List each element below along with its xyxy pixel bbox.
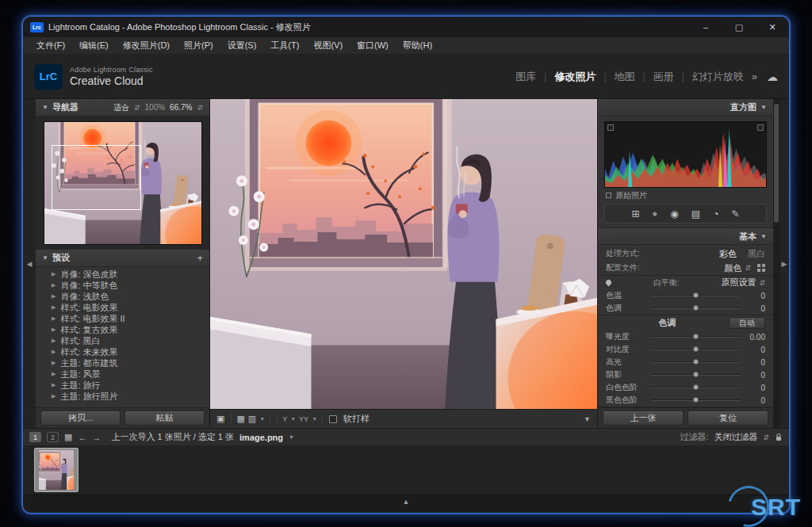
preset-label[interactable]: 肖像: 浅肤色 xyxy=(60,291,109,303)
bottom-panel-reveal[interactable]: ▲ xyxy=(23,495,789,514)
disclosure-triangle-icon[interactable]: ▶ xyxy=(52,382,56,388)
shadow-clipping-indicator[interactable] xyxy=(607,124,614,131)
reset-button[interactable]: 复位 xyxy=(688,411,768,426)
preset-group[interactable]: ▶肖像: 深色皮肤 xyxy=(36,269,209,280)
loupe-view-icon[interactable]: ▣ xyxy=(216,414,224,424)
compare-view-icon[interactable]: ▥ xyxy=(248,414,256,424)
blacks-slider[interactable] xyxy=(652,399,740,401)
forward-icon[interactable]: → xyxy=(92,433,101,442)
menu-tools[interactable]: 工具(T) xyxy=(263,40,306,52)
preset-group[interactable]: ▶样式: 电影效果 xyxy=(36,302,209,313)
soft-proof-label[interactable]: 软打样 xyxy=(343,413,370,425)
disclosure-triangle-icon[interactable]: ▶ xyxy=(52,327,56,333)
highlights-slider[interactable] xyxy=(652,361,740,363)
right-panel-scrollbar[interactable] xyxy=(773,99,779,428)
filename-label[interactable]: image.png xyxy=(239,433,283,442)
preset-label[interactable]: 样式: 电影效果 xyxy=(60,302,117,314)
add-preset-button[interactable]: + xyxy=(197,252,203,264)
profile-browser-icon[interactable] xyxy=(757,264,765,272)
preset-group[interactable]: ▶样式: 复古效果 xyxy=(36,324,209,335)
basic-header[interactable]: 基本 ▼ xyxy=(598,227,773,245)
filter-spinner-icon[interactable]: ⇵ xyxy=(763,433,769,441)
heal-tool-icon[interactable]: ⌖ xyxy=(653,208,658,220)
before-view-icon[interactable]: Y xyxy=(282,415,287,423)
photo-canvas[interactable] xyxy=(210,99,597,409)
navigator-header[interactable]: ▼ 导航器 适合 ⇵ 100% 66.7% ⇵ xyxy=(36,99,209,116)
preset-label[interactable]: 肖像: 深色皮肤 xyxy=(60,269,117,281)
preset-label[interactable]: 主题: 旅行 xyxy=(60,380,100,391)
radial-filter-icon[interactable]: ◔ xyxy=(713,208,718,220)
menu-edit[interactable]: 编辑(E) xyxy=(72,40,116,52)
soft-proof-checkbox[interactable] xyxy=(329,415,337,423)
navigator-preview[interactable] xyxy=(36,116,209,250)
histogram[interactable] xyxy=(604,121,767,188)
disclosure-triangle-icon[interactable]: ▶ xyxy=(52,293,56,300)
shadows-value[interactable]: 0 xyxy=(745,371,765,380)
disclosure-triangle-icon[interactable]: ▶ xyxy=(52,315,56,322)
crop-tool-icon[interactable]: ⊞ xyxy=(632,208,640,220)
preset-group[interactable]: ▶样式: 黑白 xyxy=(36,335,209,346)
disclosure-triangle-icon[interactable]: ▶ xyxy=(52,393,56,399)
filename-caret-icon[interactable]: ▼ xyxy=(289,434,294,440)
module-develop[interactable]: 修改照片 xyxy=(554,70,596,84)
filter-value[interactable]: 关闭过滤器 xyxy=(714,431,757,443)
zoom-ratio-spinner-icon[interactable]: ⇵ xyxy=(197,104,203,112)
highlights-slider-thumb[interactable] xyxy=(693,359,699,365)
module-overflow-icon[interactable]: » xyxy=(752,71,757,82)
preset-group[interactable]: ▶肖像: 浅肤色 xyxy=(36,291,209,302)
menu-help[interactable]: 帮助(H) xyxy=(396,40,439,52)
preset-group[interactable]: ▶样式: 未来效果 xyxy=(36,346,209,357)
temp-slider[interactable] xyxy=(652,295,740,296)
preset-label[interactable]: 主题: 风景 xyxy=(60,369,100,380)
preset-group[interactable]: ▶主题: 都市建筑 xyxy=(36,357,209,369)
module-library[interactable]: 图库 xyxy=(515,70,536,84)
preset-label[interactable]: 肖像: 中等肤色 xyxy=(60,280,117,292)
navigator-image[interactable] xyxy=(44,122,201,244)
wb-value[interactable]: 原照设置 xyxy=(721,277,756,288)
profile-value[interactable]: 颜色 xyxy=(724,262,741,274)
module-book[interactable]: 画册 xyxy=(653,70,674,84)
histogram-header[interactable]: 直方图 ▼ xyxy=(598,99,773,116)
redeye-tool-icon[interactable]: ◉ xyxy=(670,208,678,220)
shadows-slider-thumb[interactable] xyxy=(693,372,699,377)
left-panel-collapse[interactable]: ◀ xyxy=(23,99,36,428)
zoom-100[interactable]: 100% xyxy=(145,103,166,112)
preset-group[interactable]: ▶样式: 电影效果 II xyxy=(36,313,209,324)
contrast-value[interactable]: 0 xyxy=(745,346,765,354)
whites-slider-thumb[interactable] xyxy=(693,384,699,390)
preset-label[interactable]: 样式: 未来效果 xyxy=(60,346,117,358)
disclosure-triangle-icon[interactable]: ▶ xyxy=(52,338,56,344)
tint-slider-thumb[interactable] xyxy=(693,305,699,311)
before-after-view-icon[interactable]: YY xyxy=(299,415,308,423)
close-button[interactable]: ✕ xyxy=(756,17,789,37)
contrast-slider[interactable] xyxy=(652,349,740,350)
module-map[interactable]: 地图 xyxy=(615,70,635,84)
exposure-value[interactable]: 0.00 xyxy=(745,333,765,342)
grid-view-icon[interactable]: ▦ xyxy=(236,414,244,424)
copy-button[interactable]: 拷贝... xyxy=(40,411,121,426)
preset-group[interactable]: ▶主题: 旅行 xyxy=(36,380,209,391)
highlights-value[interactable]: 0 xyxy=(745,358,765,367)
presets-header[interactable]: ▼ 预设 + xyxy=(36,250,209,267)
disclosure-triangle-icon[interactable]: ▶ xyxy=(52,371,56,377)
minimize-button[interactable]: – xyxy=(689,17,722,37)
main-window-button[interactable]: 1 xyxy=(29,432,41,442)
menu-develop[interactable]: 修改照片(D) xyxy=(116,40,177,52)
filter-lock-icon[interactable] xyxy=(775,433,783,441)
cloud-sync-icon[interactable]: ☁ xyxy=(767,71,778,83)
exposure-slider-thumb[interactable] xyxy=(693,334,699,339)
temp-slider-thumb[interactable] xyxy=(693,292,699,298)
preset-label[interactable]: 主题: 旅行照片 xyxy=(60,391,117,403)
zoom-spinner-icon[interactable]: ⇵ xyxy=(134,104,140,112)
disclosure-triangle-icon[interactable]: ▶ xyxy=(52,360,56,366)
disclosure-triangle-icon[interactable]: ▶ xyxy=(52,271,56,277)
navigator-zoom-rect[interactable] xyxy=(52,145,141,210)
wb-eyedropper-icon[interactable] xyxy=(605,279,613,287)
menu-settings[interactable]: 设置(S) xyxy=(220,40,264,52)
blacks-slider-thumb[interactable] xyxy=(693,397,699,403)
zoom-ratio[interactable]: 66.7% xyxy=(170,103,192,112)
preset-group[interactable]: ▶主题: 风景 xyxy=(36,369,209,380)
maximize-button[interactable]: ▢ xyxy=(722,17,756,37)
preset-label[interactable]: 主题: 都市建筑 xyxy=(60,357,117,369)
grid-view-icon[interactable]: ▦ xyxy=(64,432,72,442)
